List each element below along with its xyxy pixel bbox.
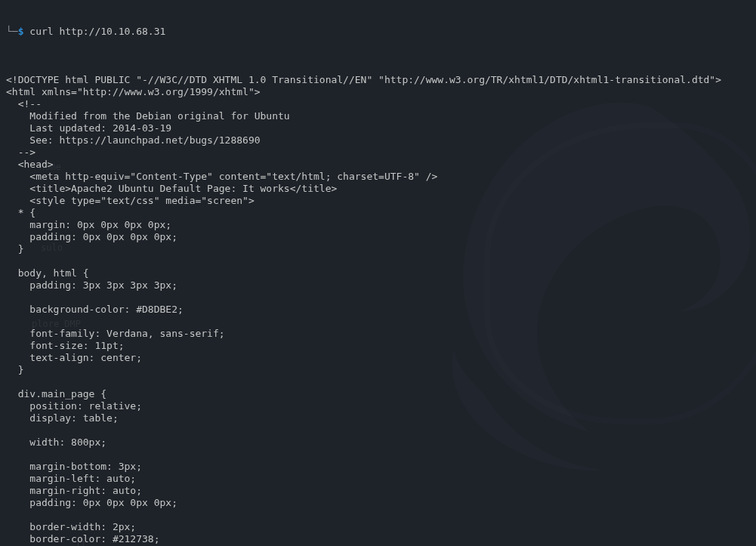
output-line: <!-- xyxy=(6,98,750,110)
output-line: <html xmlns="http://www.w3.org/1999/xhtm… xyxy=(6,86,750,98)
output-line: --> xyxy=(6,147,750,159)
output-line: margin-bottom: 3px; xyxy=(6,461,750,473)
output-line: <!DOCTYPE html PUBLIC "-//W3C//DTD XHTML… xyxy=(6,74,750,86)
output-line xyxy=(6,509,750,521)
output-line: width: 800px; xyxy=(6,436,750,449)
output-line: } xyxy=(6,364,750,376)
output-line: Modified from the Debian original for Ub… xyxy=(6,110,750,122)
output-line: <head> xyxy=(6,159,750,171)
output-line: font-size: 11pt; xyxy=(6,340,750,352)
output-line: <title>Apache2 Ubuntu Default Page: It w… xyxy=(6,183,750,195)
output-line: * { xyxy=(6,207,750,219)
output-line xyxy=(6,376,750,388)
output-line: padding: 0px 0px 0px 0px; xyxy=(6,231,750,243)
output-line: background-color: #D8DBE2; xyxy=(6,304,750,316)
output-line: padding: 0px 0px 0px 0px; xyxy=(6,497,750,509)
output-line: <meta http-equiv="Content-Type" content=… xyxy=(6,171,750,183)
output-line: margin: 0px 0px 0px 0px; xyxy=(6,219,750,231)
output-line: margin-left: auto; xyxy=(6,473,750,485)
output-line: border-color: #212738; xyxy=(6,533,750,545)
output-line: font-family: Verdana, sans-serif; xyxy=(6,328,750,340)
output-line: Last updated: 2014-03-19 xyxy=(6,122,750,134)
output-line: <style type="text/css" media="screen"> xyxy=(6,195,750,207)
output-line xyxy=(6,62,750,74)
output-line: margin-right: auto; xyxy=(6,485,750,497)
terminal-area[interactable]: └─$ curl http://10.10.68.31 <!DOCTYPE ht… xyxy=(0,0,756,546)
output-line: div.main_page { xyxy=(6,388,750,400)
prompt-dollar: $ xyxy=(18,26,24,38)
prompt-prefix: └─ xyxy=(6,26,18,38)
output-line: padding: 3px 3px 3px 3px; xyxy=(6,279,750,292)
output-line: position: relative; xyxy=(6,400,750,412)
output-line xyxy=(6,424,750,436)
prompt-line: └─$ curl http://10.10.68.31 xyxy=(6,26,750,38)
command-input[interactable]: curl http://10.10.68.31 xyxy=(23,26,165,38)
output-line xyxy=(6,292,750,304)
output-line: display: table; xyxy=(6,412,750,424)
output-line: See: https://launchpad.net/bugs/1288690 xyxy=(6,134,750,147)
output-line: body, html { xyxy=(6,267,750,279)
output-line: } xyxy=(6,243,750,255)
output-line: border-width: 2px; xyxy=(6,521,750,533)
output-line xyxy=(6,316,750,328)
terminal-output: <!DOCTYPE html PUBLIC "-//W3C//DTD XHTML… xyxy=(6,62,750,546)
output-line xyxy=(6,449,750,461)
output-line xyxy=(6,255,750,267)
output-line: text-align: center; xyxy=(6,352,750,364)
